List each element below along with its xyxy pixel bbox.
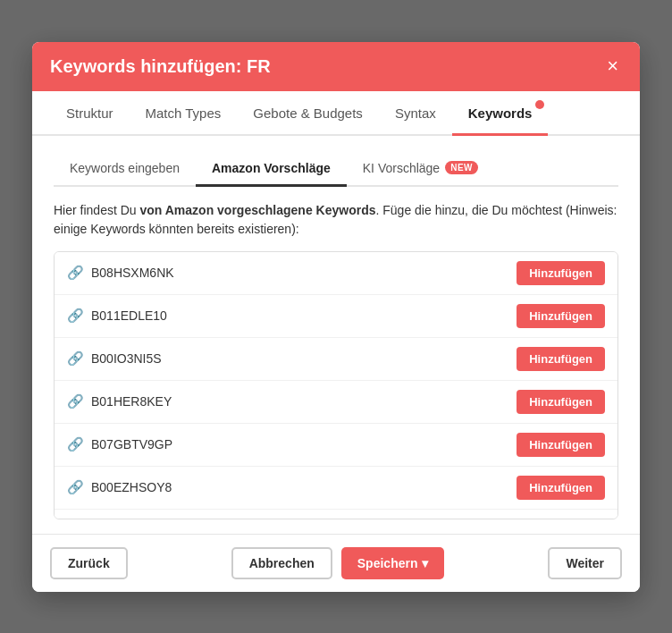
chevron-down-icon: ▾ bbox=[422, 556, 428, 570]
footer-center: Abbrechen Speichern ▾ bbox=[231, 547, 445, 579]
external-link-icon: 🔗 bbox=[67, 479, 84, 495]
description-text: Hier findest Du von Amazon vorgeschlagen… bbox=[54, 201, 618, 239]
keyword-id: B08HSXM6NK bbox=[91, 266, 174, 280]
external-link-icon: 🔗 bbox=[67, 436, 84, 452]
subtab-ki[interactable]: KI Vorschläge NEW bbox=[347, 154, 494, 187]
add-keyword-button-6[interactable]: Hinzufügen bbox=[517, 519, 605, 519]
footer-right: Weiter bbox=[548, 547, 622, 579]
modal-header: Keywords hinzufügen: FR × bbox=[32, 42, 640, 91]
tab-syntax[interactable]: Syntax bbox=[379, 91, 452, 136]
back-button[interactable]: Zurück bbox=[50, 547, 128, 579]
save-button[interactable]: Speichern ▾ bbox=[341, 547, 445, 579]
table-row: 🔗 B011EDLE10 Hinzufügen bbox=[55, 295, 617, 338]
footer-left: Zurück bbox=[50, 547, 128, 579]
add-keyword-button-2[interactable]: Hinzufügen bbox=[517, 347, 605, 371]
add-keyword-button-0[interactable]: Hinzufügen bbox=[517, 261, 605, 285]
tab-struktur[interactable]: Struktur bbox=[50, 91, 130, 136]
keyword-id: B00EZHSOY8 bbox=[91, 480, 172, 494]
external-link-icon: 🔗 bbox=[67, 350, 84, 367]
modal-footer: Zurück Abbrechen Speichern ▾ Weiter bbox=[32, 534, 640, 592]
add-keyword-button-1[interactable]: Hinzufügen bbox=[517, 304, 605, 328]
keyword-id: B01HER8KEY bbox=[91, 394, 172, 409]
table-row: 🔗 B00EZHSOY8 Hinzufügen bbox=[55, 467, 617, 510]
modal-dialog: Keywords hinzufügen: FR × Struktur Match… bbox=[32, 42, 640, 592]
subtab-eingeben[interactable]: Keywords eingeben bbox=[54, 154, 196, 187]
tab-keywords[interactable]: Keywords bbox=[452, 91, 549, 136]
sub-tabs: Keywords eingeben Amazon Vorschläge KI V… bbox=[54, 154, 618, 187]
table-row: 🔗 B07GBTV9GP Hinzufügen bbox=[55, 424, 617, 467]
tab-gebote[interactable]: Gebote & Budgets bbox=[237, 91, 379, 136]
add-keyword-button-3[interactable]: Hinzufügen bbox=[517, 390, 605, 414]
table-row: 🔗 B00IO3NI5S Hinzufügen bbox=[55, 338, 617, 381]
modal-overlay: Keywords hinzufügen: FR × Struktur Match… bbox=[0, 0, 672, 633]
add-keyword-button-4[interactable]: Hinzufügen bbox=[517, 433, 605, 457]
modal-tabs: Struktur Match Types Gebote & Budgets Sy… bbox=[32, 91, 640, 136]
keywords-list[interactable]: 🔗 B08HSXM6NK Hinzufügen 🔗 B011EDLE10 Hin… bbox=[54, 251, 618, 519]
table-row: 🔗 B08HSXM6NK Hinzufügen bbox=[55, 252, 617, 295]
tab-match-types[interactable]: Match Types bbox=[130, 91, 238, 136]
table-row: 🔗 B08LP3K6D3 Hinzufügen bbox=[55, 510, 617, 519]
next-button[interactable]: Weiter bbox=[548, 547, 622, 579]
external-link-icon: 🔗 bbox=[67, 308, 84, 324]
keywords-badge bbox=[535, 100, 544, 109]
close-button[interactable]: × bbox=[603, 56, 622, 76]
modal-body: Keywords eingeben Amazon Vorschläge KI V… bbox=[32, 136, 640, 534]
keyword-id: B00IO3NI5S bbox=[91, 351, 162, 366]
cancel-button[interactable]: Abbrechen bbox=[231, 547, 332, 579]
subtab-amazon[interactable]: Amazon Vorschläge bbox=[196, 154, 347, 187]
keyword-id: B011EDLE10 bbox=[91, 308, 167, 323]
new-badge: NEW bbox=[445, 161, 478, 174]
table-row: 🔗 B01HER8KEY Hinzufügen bbox=[55, 381, 617, 424]
keyword-id: B07GBTV9GP bbox=[91, 437, 172, 452]
external-link-icon: 🔗 bbox=[67, 393, 84, 409]
add-keyword-button-5[interactable]: Hinzufügen bbox=[517, 476, 605, 500]
external-link-icon: 🔗 bbox=[67, 265, 84, 281]
modal-title: Keywords hinzufügen: FR bbox=[50, 56, 271, 77]
